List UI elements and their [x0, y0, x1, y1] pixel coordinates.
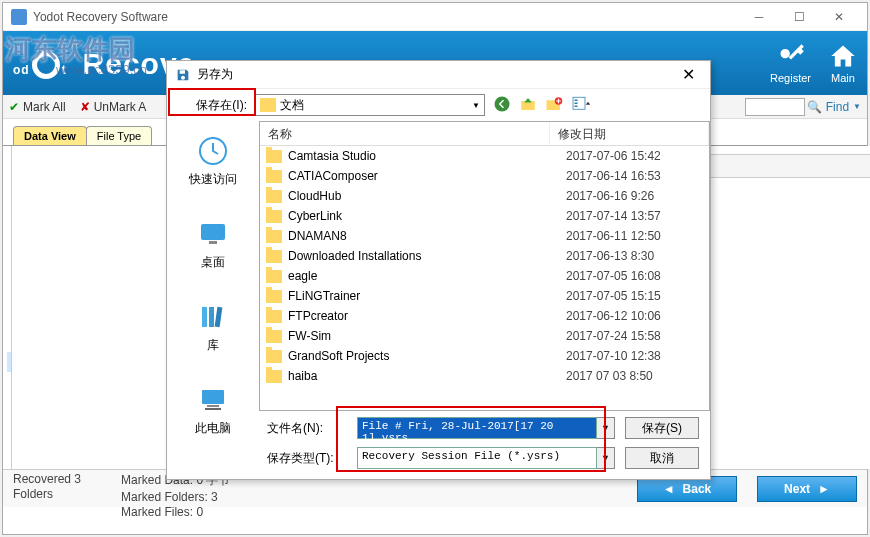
filename-dropdown-icon[interactable]: ▼ — [597, 417, 615, 439]
tab-data-view[interactable]: Data View — [13, 126, 87, 145]
file-date: 2017-07-10 12:38 — [566, 349, 661, 363]
desktop-icon — [197, 218, 229, 250]
svg-rect-10 — [209, 241, 217, 244]
file-row[interactable]: CATIAComposer2017-06-14 16:53 — [260, 166, 709, 186]
tree-item[interactable]: +瑞易软件 — [7, 312, 11, 332]
file-date: 2017-07-24 15:58 — [566, 329, 661, 343]
minimize-button[interactable]: ─ — [739, 4, 779, 30]
folder-tree[interactable]: +ttmnq+Video+VideoPhotos+W1ND0WS+广联达下载目+… — [3, 146, 12, 469]
file-name: DNAMAN8 — [288, 229, 566, 243]
file-row[interactable]: CloudHub2017-06-16 9:26 — [260, 186, 709, 206]
tree-item[interactable]: +音平商城 — [7, 372, 11, 392]
folder-icon — [266, 190, 282, 203]
home-icon — [829, 42, 857, 70]
tree-item[interactable]: +广联达下载目 — [7, 232, 11, 252]
window-title: Yodot Recovery Software — [33, 10, 739, 24]
filetype-select[interactable]: Recovery Session File (*.ysrs) — [357, 447, 597, 469]
filetype-label: 保存类型(T): — [267, 450, 347, 467]
cancel-button[interactable]: 取消 — [625, 447, 699, 469]
view-menu-icon[interactable] — [571, 95, 593, 116]
nav-back-icon[interactable] — [493, 95, 511, 116]
svg-rect-13 — [215, 307, 223, 328]
file-date: 2017-06-14 16:53 — [566, 169, 661, 183]
save-in-label: 保存在(I): — [177, 97, 247, 114]
folder-icon — [266, 370, 282, 383]
close-button[interactable]: ✕ — [819, 4, 859, 30]
file-name: Camtasia Studio — [288, 149, 566, 163]
svg-rect-12 — [209, 307, 214, 327]
main-button[interactable]: Main — [829, 42, 857, 84]
folder-icon — [266, 250, 282, 263]
recovered-count: Recovered 3 — [13, 472, 81, 486]
file-row[interactable]: Camtasia Studio2017-07-06 15:42 — [260, 146, 709, 166]
find-button[interactable]: 🔍Find▼ — [807, 100, 861, 114]
file-row[interactable]: DNAMAN82017-06-11 12:50 — [260, 226, 709, 246]
tree-item[interactable]: +我的超效率 — [7, 332, 11, 352]
dialog-footer: 文件名(N): File # Fri, 28-Jul-2017[17 20 1]… — [167, 411, 710, 475]
column-date[interactable]: 修改日期 — [550, 122, 709, 145]
tab-file-type[interactable]: File Type — [86, 126, 152, 145]
file-row[interactable]: eagle2017-07-05 16:08 — [260, 266, 709, 286]
tree-item[interactable]: +W1ND0WS — [7, 212, 11, 232]
file-name: FTPcreator — [288, 309, 566, 323]
file-name: CyberLink — [288, 209, 566, 223]
find-input[interactable] — [745, 98, 805, 116]
folder-icon — [266, 350, 282, 363]
tree-item[interactable]: +鲁班预算2008 — [7, 292, 11, 312]
folder-icon — [266, 170, 282, 183]
file-name: FLiNGTrainer — [288, 289, 566, 303]
file-date: 2017-06-11 12:50 — [566, 229, 661, 243]
tree-item[interactable]: +迅雷下载 — [7, 352, 11, 372]
mark-all-button[interactable]: ✔Mark All — [9, 100, 66, 114]
folder-icon — [266, 270, 282, 283]
disk-icon — [175, 67, 191, 83]
file-row[interactable]: FTPcreator2017-06-12 10:06 — [260, 306, 709, 326]
file-row[interactable]: FLiNGTrainer2017-07-05 15:15 — [260, 286, 709, 306]
tree-item[interactable]: +智多星项目造 — [7, 392, 11, 412]
column-name[interactable]: 名称 — [260, 122, 550, 145]
file-row[interactable]: FW-Sim2017-07-24 15:58 — [260, 326, 709, 346]
file-date: 2017-06-13 8:30 — [566, 249, 654, 263]
maximize-button[interactable]: ☐ — [779, 4, 819, 30]
folder-icon — [266, 330, 282, 343]
folder-icon — [266, 310, 282, 323]
file-list[interactable]: 名称 修改日期 Camtasia Studio2017-07-06 15:42C… — [259, 121, 710, 411]
new-folder-icon[interactable] — [545, 95, 563, 116]
filetype-dropdown-icon[interactable]: ▼ — [597, 447, 615, 469]
file-name: CATIAComposer — [288, 169, 566, 183]
filename-input[interactable]: File # Fri, 28-Jul-2017[17 20 1].ysrs — [357, 417, 597, 439]
nav-up-icon[interactable] — [519, 95, 537, 116]
file-date: 2017-07-14 13:57 — [566, 209, 661, 223]
save-button[interactable]: 保存(S) — [625, 417, 699, 439]
file-row[interactable]: Downloaded Installations2017-06-13 8:30 — [260, 246, 709, 266]
file-name: haiba — [288, 369, 566, 383]
file-name: eagle — [288, 269, 566, 283]
next-button[interactable]: Next► — [757, 476, 857, 502]
place-desktop[interactable]: 桌面 — [197, 218, 229, 271]
register-button[interactable]: Register — [770, 42, 811, 84]
quick-access-icon — [197, 135, 229, 167]
svg-point-0 — [495, 96, 510, 111]
titlebar: Yodot Recovery Software ─ ☐ ✕ — [3, 3, 867, 31]
unmark-all-button[interactable]: ✘UnMark A — [80, 100, 147, 114]
file-name: FW-Sim — [288, 329, 566, 343]
file-row[interactable]: GrandSoft Projects2017-07-10 12:38 — [260, 346, 709, 366]
tree-item[interactable]: +VideoPhotos — [7, 192, 11, 212]
tree-item[interactable]: +联盟哥哥 — [7, 272, 11, 292]
file-row[interactable]: CyberLink2017-07-14 13:57 — [260, 206, 709, 226]
folder-icon — [266, 230, 282, 243]
save-in-select[interactable]: 文档 ▼ — [255, 94, 485, 116]
svg-rect-11 — [202, 307, 207, 327]
tree-item[interactable]: +Video — [7, 172, 11, 192]
place-quick-access[interactable]: 快速访问 — [189, 135, 237, 188]
libraries-icon — [197, 301, 229, 333]
svg-rect-16 — [205, 408, 221, 410]
file-name: GrandSoft Projects — [288, 349, 566, 363]
tree-item[interactable]: +恢复的文件 — [7, 252, 11, 272]
place-libraries[interactable]: 库 — [197, 301, 229, 354]
marked-folders: Marked Folders: 3 — [121, 490, 230, 504]
dialog-close-button[interactable]: ✕ — [674, 65, 702, 85]
file-row[interactable]: haiba2017 07 03 8:50 — [260, 366, 709, 386]
file-date: 2017-07-05 16:08 — [566, 269, 661, 283]
tree-item[interactable]: +ttmnq — [7, 152, 11, 172]
